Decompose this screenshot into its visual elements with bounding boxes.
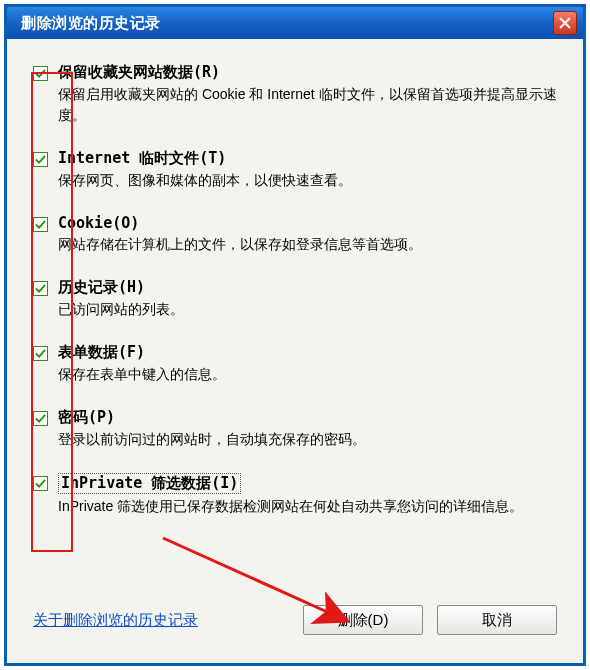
cancel-button[interactable]: 取消 [437,605,557,635]
checkbox[interactable] [33,217,48,232]
option-label[interactable]: Cookie(O) [58,214,139,232]
checkbox[interactable] [33,346,48,361]
option-text: Cookie(O)网站存储在计算机上的文件，以保存如登录信息等首选项。 [58,214,557,255]
option-text: 历史记录(H)已访问网站的列表。 [58,278,557,320]
option-label[interactable]: InPrivate 筛选数据(I) [58,473,241,494]
option-row: 密码(P)登录以前访问过的网站时，自动填充保存的密码。 [33,408,557,450]
dialog-content: 保留收藏夹网站数据(R)保留启用收藏夹网站的 Cookie 和 Internet… [7,39,583,663]
delete-button[interactable]: 删除(D) [303,605,423,635]
option-text: 密码(P)登录以前访问过的网站时，自动填充保存的密码。 [58,408,557,450]
close-icon [559,15,571,32]
option-row: InPrivate 筛选数据(I)InPrivate 筛选使用已保存数据检测网站… [33,473,557,517]
option-description: 登录以前访问过的网站时，自动填充保存的密码。 [58,429,557,450]
option-label[interactable]: 保留收藏夹网站数据(R) [58,63,220,82]
option-text: 保留收藏夹网站数据(R)保留启用收藏夹网站的 Cookie 和 Internet… [58,63,557,126]
option-description: 保存网页、图像和媒体的副本，以便快速查看。 [58,170,557,191]
check-icon [35,475,46,493]
check-icon [35,216,46,234]
option-text: 表单数据(F)保存在表单中键入的信息。 [58,343,557,385]
button-row: 删除(D) 取消 [303,605,557,635]
checkbox[interactable] [33,411,48,426]
checkbox[interactable] [33,66,48,81]
about-link[interactable]: 关于删除浏览的历史记录 [33,611,198,630]
option-text: InPrivate 筛选数据(I)InPrivate 筛选使用已保存数据检测网站… [58,473,557,517]
option-label[interactable]: 密码(P) [58,408,115,427]
option-description: 已访问网站的列表。 [58,299,557,320]
option-text: Internet 临时文件(T)保存网页、图像和媒体的副本，以便快速查看。 [58,149,557,191]
dialog-footer: 关于删除浏览的历史记录 删除(D) 取消 [33,605,557,635]
option-description: 网站存储在计算机上的文件，以保存如登录信息等首选项。 [58,234,557,255]
window-title: 删除浏览的历史记录 [21,14,161,33]
option-label[interactable]: 表单数据(F) [58,343,145,362]
option-row: Cookie(O)网站存储在计算机上的文件，以保存如登录信息等首选项。 [33,214,557,255]
option-label[interactable]: 历史记录(H) [58,278,145,297]
option-row: 保留收藏夹网站数据(R)保留启用收藏夹网站的 Cookie 和 Internet… [33,63,557,126]
option-label[interactable]: Internet 临时文件(T) [58,149,226,168]
option-row: 历史记录(H)已访问网站的列表。 [33,278,557,320]
checkbox[interactable] [33,476,48,491]
option-row: Internet 临时文件(T)保存网页、图像和媒体的副本，以便快速查看。 [33,149,557,191]
option-description: 保留启用收藏夹网站的 Cookie 和 Internet 临时文件，以保留首选项… [58,84,557,126]
check-icon [35,65,46,83]
titlebar: 删除浏览的历史记录 [7,7,583,39]
checkbox[interactable] [33,152,48,167]
option-description: 保存在表单中键入的信息。 [58,364,557,385]
dialog-window: 删除浏览的历史记录 保留收藏夹网站数据(R)保留启用收藏夹网站的 Cookie … [6,6,584,664]
check-icon [35,410,46,428]
check-icon [35,151,46,169]
check-icon [35,345,46,363]
close-button[interactable] [553,11,577,35]
option-row: 表单数据(F)保存在表单中键入的信息。 [33,343,557,385]
option-description: InPrivate 筛选使用已保存数据检测网站在何处自动共享您访问的详细信息。 [58,496,557,517]
checkbox[interactable] [33,281,48,296]
check-icon [35,280,46,298]
